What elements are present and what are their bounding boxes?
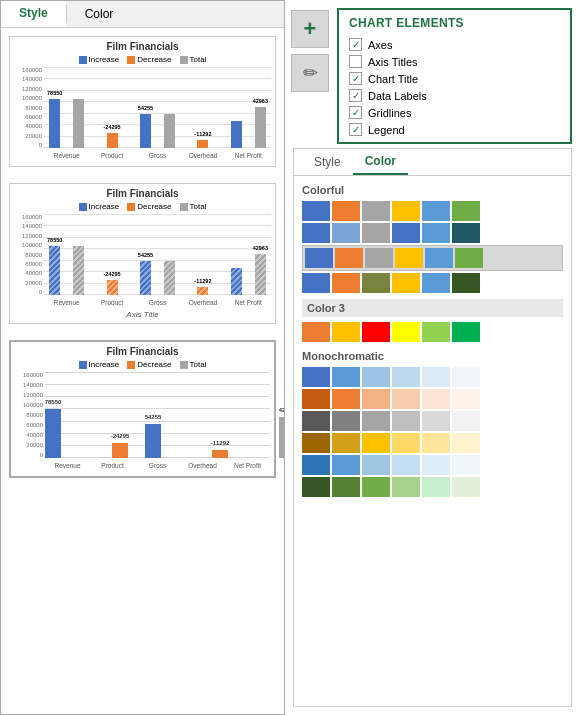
swatch[interactable] [362, 389, 390, 409]
swatch[interactable] [332, 201, 360, 221]
chart-elements-title: CHART ELEMENTS [349, 16, 560, 30]
swatch[interactable] [302, 433, 330, 453]
swatch[interactable] [455, 248, 483, 268]
checkbox-axis-titles[interactable] [349, 55, 362, 68]
element-gridlines[interactable]: ✓ Gridlines [349, 106, 560, 119]
swatch[interactable] [332, 411, 360, 431]
swatch[interactable] [302, 477, 330, 497]
swatch[interactable] [392, 322, 420, 342]
swatch[interactable] [392, 411, 420, 431]
element-chart-title[interactable]: ✓ Chart Title [349, 72, 560, 85]
checkbox-data-labels[interactable]: ✓ [349, 89, 362, 102]
swatch[interactable] [305, 248, 333, 268]
swatch[interactable] [362, 411, 390, 431]
tab-color-left[interactable]: Color [67, 1, 132, 27]
swatch[interactable] [332, 367, 360, 387]
swatch[interactable] [452, 411, 480, 431]
colorful-row-3-selected[interactable] [302, 245, 563, 271]
swatch[interactable] [392, 273, 420, 293]
swatch[interactable] [395, 248, 423, 268]
swatch[interactable] [362, 367, 390, 387]
element-legend[interactable]: ✓ Legend [349, 123, 560, 136]
swatch[interactable] [332, 389, 360, 409]
swatch[interactable] [422, 223, 450, 243]
swatch[interactable] [332, 322, 360, 342]
swatch[interactable] [425, 248, 453, 268]
swatch[interactable] [452, 223, 480, 243]
swatch[interactable] [422, 455, 450, 475]
swatch[interactable] [452, 367, 480, 387]
swatch[interactable] [422, 322, 450, 342]
checkbox-chart-title[interactable]: ✓ [349, 72, 362, 85]
swatch[interactable] [392, 477, 420, 497]
element-axis-titles[interactable]: Axis Titles [349, 55, 560, 68]
chart-panel-3[interactable]: Film Financials Increase Decrease Total … [9, 340, 276, 478]
swatch[interactable] [362, 433, 390, 453]
mono-row-2 [302, 389, 563, 409]
checkbox-legend[interactable]: ✓ [349, 123, 362, 136]
swatch[interactable] [422, 367, 450, 387]
swatch[interactable] [452, 433, 480, 453]
swatch[interactable] [392, 367, 420, 387]
element-axes[interactable]: ✓ Axes [349, 38, 560, 51]
swatch[interactable] [452, 322, 480, 342]
swatch[interactable] [362, 322, 390, 342]
swatch[interactable] [422, 201, 450, 221]
checkbox-gridlines[interactable]: ✓ [349, 106, 362, 119]
swatch[interactable] [332, 455, 360, 475]
swatch[interactable] [452, 389, 480, 409]
swatch[interactable] [362, 223, 390, 243]
swatch[interactable] [302, 223, 330, 243]
swatch[interactable] [332, 433, 360, 453]
colorful-row-2 [302, 223, 563, 243]
swatch[interactable] [302, 411, 330, 431]
swatch[interactable] [392, 433, 420, 453]
swatch[interactable] [302, 367, 330, 387]
edit-element-button[interactable]: ✏ [291, 54, 329, 92]
swatch[interactable] [452, 273, 480, 293]
chart-panel-1[interactable]: Film Financials Increase Decrease Total … [9, 36, 276, 167]
elements-list: ✓ Axes Axis Titles ✓ Chart Title ✓ Data … [349, 38, 560, 136]
swatch[interactable] [422, 477, 450, 497]
swatch[interactable] [392, 455, 420, 475]
swatch[interactable] [302, 455, 330, 475]
swatch[interactable] [332, 477, 360, 497]
element-data-labels[interactable]: ✓ Data Labels [349, 89, 560, 102]
swatch[interactable] [365, 248, 393, 268]
swatch[interactable] [392, 201, 420, 221]
colorful-row-4 [302, 273, 563, 293]
swatch[interactable] [392, 223, 420, 243]
tab-style-left[interactable]: Style [1, 1, 66, 27]
chart-elements-box: CHART ELEMENTS ✓ Axes Axis Titles ✓ Char… [337, 8, 572, 144]
swatch[interactable] [332, 273, 360, 293]
color-tab-bar: Style Color [294, 149, 571, 176]
swatch[interactable] [422, 389, 450, 409]
swatch[interactable] [362, 477, 390, 497]
left-tab-bar: Style Color [1, 1, 284, 28]
swatch[interactable] [302, 201, 330, 221]
swatch[interactable] [452, 201, 480, 221]
colorful-label: Colorful [302, 184, 563, 196]
add-element-button[interactable]: + [291, 10, 329, 48]
swatch[interactable] [302, 273, 330, 293]
swatch[interactable] [452, 455, 480, 475]
chart-title-1: Film Financials [14, 41, 271, 52]
swatch[interactable] [422, 273, 450, 293]
tab-style-right[interactable]: Style [302, 149, 353, 175]
swatch[interactable] [335, 248, 363, 268]
swatch[interactable] [422, 433, 450, 453]
chart-title-2: Film Financials [14, 188, 271, 199]
chart-panel-2[interactable]: Film Financials Increase Decrease Total … [9, 183, 276, 324]
mono-row-5 [302, 455, 563, 475]
tab-color-right[interactable]: Color [353, 149, 408, 175]
swatch[interactable] [362, 201, 390, 221]
swatch[interactable] [452, 477, 480, 497]
swatch[interactable] [422, 411, 450, 431]
swatch[interactable] [392, 389, 420, 409]
swatch[interactable] [302, 322, 330, 342]
swatch[interactable] [302, 389, 330, 409]
swatch[interactable] [332, 223, 360, 243]
swatch[interactable] [362, 273, 390, 293]
checkbox-axes[interactable]: ✓ [349, 38, 362, 51]
swatch[interactable] [362, 455, 390, 475]
